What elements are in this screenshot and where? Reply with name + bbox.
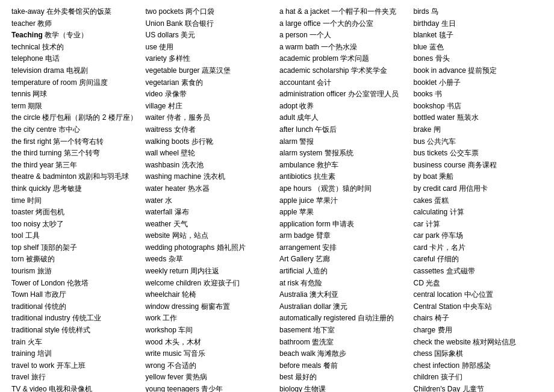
chinese-translation: 侍者，服务员 — [167, 113, 210, 122]
list-item: biology 生物课 — [279, 384, 409, 392]
list-item: weather 天气 — [146, 219, 275, 230]
english-term: train — [11, 338, 28, 346]
list-item: young teenagers 青少年 — [146, 384, 275, 392]
list-item: Teaching 教学（专业） — [11, 30, 141, 41]
chinese-translation: 旅游 — [37, 267, 52, 275]
english-term: car — [414, 220, 426, 228]
english-term: card — [414, 243, 430, 252]
list-item: Tower of London 伦敦塔 — [11, 278, 141, 289]
list-item: bathroom 盥洗室 — [279, 337, 409, 348]
english-term: wood — [146, 338, 165, 346]
chinese-translation: 期限 — [28, 102, 42, 110]
chinese-translation: 办公室管理人员 — [348, 90, 399, 98]
english-term: Town Hall — [11, 290, 45, 299]
english-term: arrangement — [279, 243, 322, 252]
chinese-translation: 警报系统 — [325, 149, 353, 157]
chinese-translation: 电话 — [45, 54, 60, 63]
chinese-translation: 洗衣机 — [204, 172, 225, 181]
english-term: beach walk — [279, 349, 317, 358]
list-item: the circle 楼厅包厢（剧场的 2 楼厅座） — [11, 112, 141, 123]
list-item: water heater 热水器 — [146, 183, 275, 194]
chinese-translation: 木头，木材 — [165, 338, 201, 346]
chinese-translation: 生物课 — [304, 385, 326, 392]
column-2: two pockets 两个口袋Union Bank 联合银行US dollar… — [143, 6, 278, 392]
english-term: traditional — [11, 302, 45, 311]
list-item: bookshop 书店 — [414, 101, 543, 112]
list-item: term 期限 — [11, 101, 141, 112]
chinese-translation: 市政厅 — [45, 290, 66, 299]
english-term: blue — [414, 43, 429, 51]
chinese-translation: 收养 — [299, 102, 314, 110]
english-term: video — [146, 90, 165, 98]
english-term: young teenagers — [146, 385, 202, 392]
chinese-translation: 教学（专业） — [45, 31, 88, 39]
english-term: technical — [11, 43, 42, 51]
list-item: children 孩子们 — [414, 372, 543, 383]
chinese-translation: 使用 — [159, 43, 173, 51]
chinese-translation: 不合适的 — [167, 361, 196, 370]
english-term: academic scholarship — [279, 66, 351, 75]
list-item: variety 多样性 — [146, 53, 275, 64]
english-term: TV & video — [11, 385, 49, 392]
chinese-translation: 儿童节 — [462, 385, 484, 392]
list-item: card 卡片，名片 — [414, 242, 543, 254]
list-item: automatically registered 自动注册的 — [279, 313, 409, 324]
list-item: adult 成年人 — [279, 112, 409, 123]
chinese-translation: 烤面包机 — [36, 208, 64, 216]
chinese-translation: 电视剧 — [66, 66, 88, 75]
chinese-translation: 太吵了 — [42, 220, 64, 228]
english-term: yellow fever — [146, 373, 186, 381]
english-term: village — [146, 102, 168, 110]
list-item: video 录像带 — [146, 89, 275, 100]
english-term: workshop — [146, 326, 179, 334]
chinese-translation: 美元 — [181, 31, 195, 39]
english-term: biology — [279, 385, 304, 392]
english-term: blanket — [414, 31, 439, 39]
list-item: blue 蓝色 — [414, 42, 543, 53]
list-item: waiter 侍者，服务员 — [146, 112, 275, 123]
list-item: two pockets 两个口袋 — [146, 6, 275, 17]
english-term: too noisy — [11, 220, 42, 228]
list-item: chest infection 肺部感染 — [414, 360, 543, 372]
chinese-translation: 海滩散步 — [317, 349, 346, 358]
list-item: Central Station 中央车站 — [414, 301, 543, 313]
chinese-translation: 苹果 — [299, 208, 314, 216]
chinese-translation: 小册子 — [439, 78, 461, 87]
chinese-translation: 多样性 — [169, 54, 190, 63]
chinese-translation: 核对网站信息 — [473, 338, 516, 346]
english-term: US dollars — [146, 31, 181, 39]
english-term: bus — [414, 137, 428, 146]
english-term: variety — [146, 54, 169, 63]
chinese-translation: 救护车 — [317, 161, 338, 169]
list-item: television drama 电视剧 — [11, 65, 141, 76]
english-term: think quickly — [11, 184, 53, 193]
chinese-translation: 学术问题 — [340, 54, 369, 63]
english-term: tennis — [11, 90, 33, 98]
english-term: careful — [414, 255, 437, 263]
list-item: travel 旅行 — [11, 372, 141, 383]
english-term: before meals — [279, 361, 323, 370]
chinese-translation: 中心位置 — [464, 290, 493, 299]
english-term: traditional style — [11, 326, 61, 334]
list-item: basement 地下室 — [279, 325, 409, 336]
list-item: alarm 警报 — [279, 136, 409, 148]
chinese-translation: 热水器 — [188, 184, 210, 193]
english-term: bathroom — [279, 338, 312, 346]
english-term: ape hours — [279, 184, 314, 193]
chinese-translation: 计算 — [426, 220, 440, 228]
list-item: administration officer 办公室管理人员 — [279, 89, 409, 100]
chinese-translation: 一个帽子和一件夹克 — [331, 7, 396, 16]
list-item: train 火车 — [11, 337, 141, 348]
chinese-translation: 公交车票 — [450, 149, 479, 157]
english-term: wall wheel — [146, 149, 181, 157]
list-item: US dollars 美元 — [146, 30, 275, 41]
list-item: brake 闸 — [414, 124, 543, 135]
chinese-translation: 餐前 — [323, 361, 338, 370]
list-item: chess 国际象棋 — [414, 348, 543, 359]
english-term: bones — [414, 54, 435, 63]
chinese-translation: 旅行 — [31, 373, 46, 381]
chinese-translation: 顶部的架子 — [41, 243, 77, 252]
list-item: yellow fever 黄热病 — [146, 372, 275, 383]
chinese-translation: 房间温度 — [79, 78, 108, 87]
english-term: waiter — [146, 113, 167, 122]
